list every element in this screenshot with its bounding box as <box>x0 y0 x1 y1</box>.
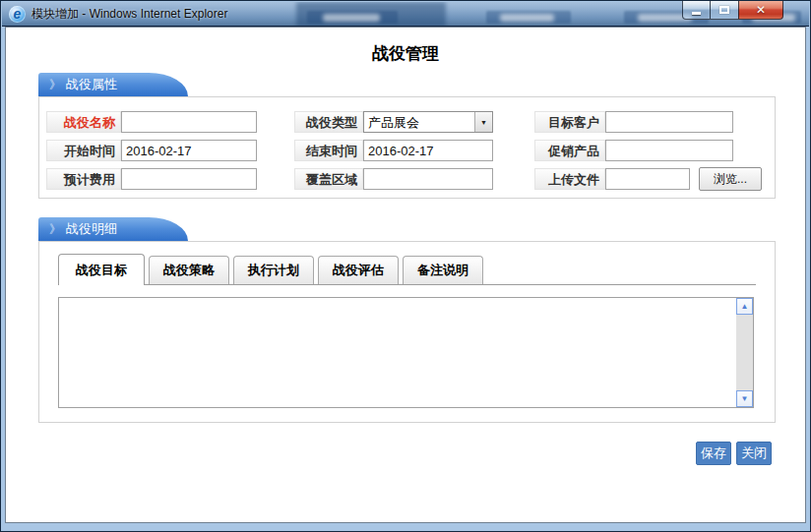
details-textarea[interactable] <box>59 298 736 407</box>
tab-campaign-objective[interactable]: 战役目标 <box>58 254 145 285</box>
upload-file-input[interactable] <box>605 168 690 190</box>
minimize-icon <box>692 12 701 15</box>
campaign-name-input[interactable] <box>121 111 257 133</box>
upload-file-label: 上传文件 <box>534 168 605 190</box>
campaign-properties-panel: 战役名称 战役类型 产品展会 ▼ 目标客户 开始时间 结束时间 促销产品 <box>38 96 776 199</box>
save-button[interactable]: 保存 <box>696 442 731 465</box>
window-controls: ✕ <box>682 1 783 20</box>
vertical-scrollbar[interactable]: ▲ ▼ <box>736 298 753 407</box>
details-textarea-wrapper: ▲ ▼ <box>58 297 754 408</box>
section-marker-icon: 》 <box>49 78 61 91</box>
campaign-type-value: 产品展会 <box>364 112 474 132</box>
target-customer-label: 目标客户 <box>534 111 605 133</box>
end-date-label: 结束时间 <box>294 140 363 161</box>
close-icon: ✕ <box>756 2 766 19</box>
fields-grid: 战役名称 战役类型 产品展会 ▼ 目标客户 开始时间 结束时间 促销产品 <box>39 97 775 191</box>
section-title: 战役属性 <box>66 77 117 91</box>
ie-icon: e <box>9 6 26 23</box>
coverage-area-label: 覆盖区域 <box>294 168 363 190</box>
campaign-type-select[interactable]: 产品展会 ▼ <box>363 111 493 133</box>
tab-remarks[interactable]: 备注说明 <box>403 256 483 284</box>
coverage-area-input[interactable] <box>363 168 493 190</box>
close-dialog-button[interactable]: 关闭 <box>736 442 772 465</box>
campaign-details-panel: 战役目标 战役策略 执行计划 战役评估 备注说明 ▲ ▼ <box>38 241 776 423</box>
tab-campaign-strategy[interactable]: 战役策略 <box>149 256 229 284</box>
titlebar-glass-blur <box>323 14 380 22</box>
scroll-down-button[interactable]: ▼ <box>736 390 753 407</box>
upload-file-control: 浏览... <box>605 167 768 191</box>
tab-campaign-evaluation[interactable]: 战役评估 <box>318 256 399 284</box>
campaign-type-label: 战役类型 <box>294 111 363 133</box>
promo-product-input[interactable] <box>605 140 733 161</box>
maximize-button[interactable] <box>711 1 738 20</box>
details-tabstrip: 战役目标 战役策略 执行计划 战役评估 备注说明 <box>58 254 756 285</box>
ribbon-curve <box>149 73 188 96</box>
campaign-name-label: 战役名称 <box>46 111 121 133</box>
promo-product-label: 促销产品 <box>534 140 605 161</box>
end-date-input[interactable] <box>363 140 493 161</box>
browse-button[interactable]: 浏览... <box>699 167 762 191</box>
estimated-cost-input[interactable] <box>121 168 257 190</box>
target-customer-input[interactable] <box>605 111 733 133</box>
window-title: 模块增加 - Windows Internet Explorer <box>31 6 227 23</box>
ribbon-curve <box>149 217 188 241</box>
maximize-icon <box>719 6 729 14</box>
estimated-cost-label: 预计费用 <box>46 168 121 190</box>
chevron-down-icon[interactable]: ▼ <box>474 112 492 132</box>
section-title: 战役明细 <box>66 221 117 236</box>
dialog-content: 战役管理 》战役属性 战役名称 战役类型 产品展会 ▼ 目标客户 <box>5 27 806 523</box>
page-title: 战役管理 <box>6 42 805 65</box>
titlebar-glass-blur <box>500 14 554 22</box>
section-marker-icon: 》 <box>49 222 61 236</box>
tab-execution-plan[interactable]: 执行计划 <box>233 256 314 284</box>
minimize-button[interactable] <box>682 1 711 20</box>
ie-popup-window: e 模块增加 - Windows Internet Explorer ✕ 战役管… <box>0 0 811 532</box>
start-date-input[interactable] <box>121 140 257 161</box>
start-date-label: 开始时间 <box>46 140 121 161</box>
close-button[interactable]: ✕ <box>738 1 783 20</box>
scroll-up-button[interactable]: ▲ <box>736 298 753 315</box>
